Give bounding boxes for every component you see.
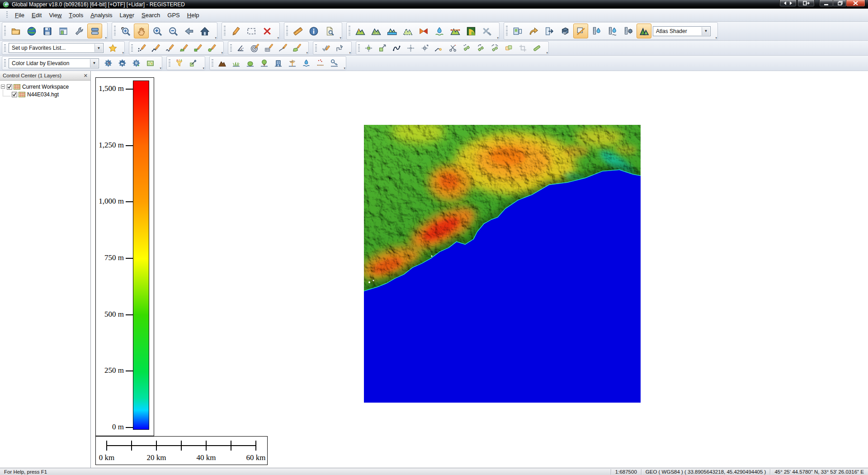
menu-view[interactable]: View xyxy=(45,9,65,21)
menu-gps[interactable]: GPS xyxy=(164,9,183,21)
eraser-button[interactable] xyxy=(530,42,543,54)
draw-line-button[interactable] xyxy=(149,42,162,54)
arrow-back-button[interactable] xyxy=(181,24,196,38)
path-profile-button[interactable] xyxy=(448,24,462,38)
toolbar-overflow-icon[interactable]: ▾ xyxy=(215,36,217,39)
select-color-button[interactable] xyxy=(187,57,200,70)
swath-toggle-button[interactable] xyxy=(573,24,588,38)
zoom-out-button[interactable] xyxy=(165,24,180,38)
favorites-combo-dropdown-icon[interactable]: ▼ xyxy=(94,44,103,52)
titlebar-exit-button[interactable] xyxy=(797,0,815,7)
extract-region-button[interactable] xyxy=(144,57,157,70)
digitizer-pencil-button[interactable] xyxy=(228,24,243,38)
view-3d-button[interactable]: 3D xyxy=(557,24,572,38)
draw-area-button[interactable] xyxy=(177,42,190,54)
toolbar-grip-handle[interactable] xyxy=(131,44,133,52)
filter-lidar-button[interactable] xyxy=(173,57,186,70)
toolbar-grip-handle[interactable] xyxy=(4,26,6,36)
tools-wrench-button[interactable] xyxy=(71,24,86,38)
draw-fill-button[interactable] xyxy=(290,42,303,54)
trace-shape-button[interactable] xyxy=(333,42,346,54)
terrain-color-button[interactable] xyxy=(353,24,368,38)
toolbar-overflow-icon[interactable]: ▾ xyxy=(160,66,161,70)
favorites-combo[interactable]: Set up Favorites List...▼ xyxy=(9,43,104,53)
close-button[interactable] xyxy=(846,0,865,7)
terrain-dashed-button[interactable] xyxy=(400,24,415,38)
toolbar-grip-handle[interactable] xyxy=(230,44,232,52)
toolbar-overflow-icon[interactable]: ▾ xyxy=(344,66,345,70)
layer-label[interactable]: Current Workspace xyxy=(22,84,69,90)
toolbar-grip-handle[interactable] xyxy=(4,59,6,67)
class-building-button[interactable] xyxy=(272,57,285,70)
tree-expand-icon[interactable] xyxy=(1,84,5,90)
menu-tools[interactable]: Tools xyxy=(65,9,87,21)
control-center-button[interactable] xyxy=(87,24,102,38)
toolbar-overflow-icon[interactable]: ▾ xyxy=(497,36,499,39)
pan-hand-button[interactable] xyxy=(134,24,149,38)
toolbar-overflow-icon[interactable]: ▾ xyxy=(349,51,351,54)
restore-button[interactable] xyxy=(833,0,846,7)
class-grass-button[interactable] xyxy=(230,57,243,70)
home-view-button[interactable] xyxy=(197,24,212,38)
map-canvas[interactable]: 1,500 m1,250 m1,000 m750 m500 m250 m0 m … xyxy=(91,71,868,468)
open-folder-button[interactable] xyxy=(8,24,23,38)
page-search-button[interactable] xyxy=(322,24,337,38)
class-water-button[interactable] xyxy=(300,57,313,70)
control-center-header[interactable]: Control Center (1 Layers) ✕ xyxy=(0,71,90,81)
layer-label[interactable]: N44E034.hgt xyxy=(27,91,59,98)
menu-search[interactable]: Search xyxy=(138,9,164,21)
zoom-select-button[interactable] xyxy=(118,24,133,38)
toolbar-overflow-icon[interactable]: ▾ xyxy=(105,36,107,39)
toolbar-overflow-icon[interactable]: ▾ xyxy=(277,36,279,39)
toolbar-grip-handle[interactable] xyxy=(169,59,170,67)
zoom-in-button[interactable] xyxy=(150,24,165,38)
crop-disabled-button[interactable] xyxy=(516,42,529,54)
favorites-star-button[interactable] xyxy=(106,42,119,54)
toolbar-grip-handle[interactable] xyxy=(358,44,360,52)
watershed-button[interactable] xyxy=(432,24,447,38)
toolbar-grip-handle[interactable] xyxy=(349,26,350,36)
save-workspace-button[interactable] xyxy=(40,24,55,38)
toolbar-overflow-icon[interactable]: ▾ xyxy=(203,66,204,70)
lidar-gear-dots-button[interactable] xyxy=(102,57,115,70)
globe-online-button[interactable] xyxy=(24,24,39,38)
move-vertex-button[interactable] xyxy=(404,42,417,54)
class-powerline-button[interactable] xyxy=(286,57,299,70)
offset-shapes-button[interactable] xyxy=(460,42,473,54)
draw-point-button[interactable] xyxy=(135,42,148,54)
lidar-color-mode-combo[interactable]: Color Lidar by Elevation▼ xyxy=(9,58,99,68)
terrain-contour-button[interactable] xyxy=(368,24,383,38)
lidar-auto-button[interactable] xyxy=(621,24,636,38)
lidar-color-mode-combo-dropdown-icon[interactable]: ▼ xyxy=(90,59,98,67)
lidar-gear-ground-button[interactable] xyxy=(116,57,129,70)
measure-button[interactable] xyxy=(290,24,305,38)
menu-file[interactable]: File xyxy=(11,9,28,21)
control-center-close-icon[interactable]: ✕ xyxy=(84,73,88,79)
toolbar-overflow-icon[interactable]: ▾ xyxy=(122,51,124,54)
viewshed-button[interactable] xyxy=(416,24,431,38)
titlebar-arrows-button[interactable] xyxy=(779,0,797,7)
draw-freehand-button[interactable] xyxy=(163,42,176,54)
coordinate-angle-button[interactable]: x° xyxy=(234,42,247,54)
range-rings-button[interactable] xyxy=(248,42,261,54)
menu-edit[interactable]: Edit xyxy=(28,9,45,21)
edit-vertices-button[interactable] xyxy=(390,42,403,54)
toolbar-grip-handle[interactable] xyxy=(212,59,213,67)
class-noise-button[interactable] xyxy=(314,57,327,70)
toolbar-grip-handle[interactable] xyxy=(286,26,288,36)
lidar-gear-custom-button[interactable] xyxy=(130,57,143,70)
layer-checkbox[interactable] xyxy=(7,84,12,90)
terrain-water-button[interactable] xyxy=(384,24,399,38)
draw-node-button[interactable] xyxy=(276,42,289,54)
toolbar-grip-handle[interactable] xyxy=(224,26,226,36)
terrain-map-image[interactable] xyxy=(364,125,641,403)
move-pad-button[interactable] xyxy=(362,42,375,54)
toolbar-grip-handle[interactable] xyxy=(4,44,6,52)
shader-combo-dropdown-icon[interactable]: ▼ xyxy=(702,27,710,35)
lidar-display-button[interactable] xyxy=(589,24,604,38)
draw-rect-button[interactable] xyxy=(191,42,204,54)
copy-features-button[interactable] xyxy=(502,42,515,54)
class-tree-button[interactable] xyxy=(258,57,271,70)
class-key-button[interactable] xyxy=(328,57,341,70)
rotate-arrows-button[interactable] xyxy=(488,42,501,54)
